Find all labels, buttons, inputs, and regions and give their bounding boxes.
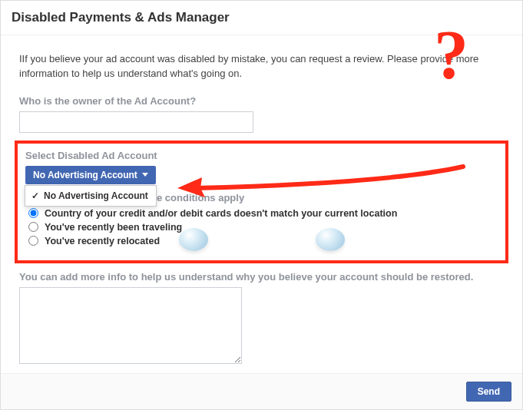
condition-radio-2[interactable] <box>28 236 38 246</box>
form-footer: Send <box>1 373 522 409</box>
annotation-highlight-box: Select Disabled Ad Account No Advertisin… <box>15 141 508 263</box>
owner-input[interactable] <box>19 111 253 133</box>
watermark-orb-icon <box>316 228 345 251</box>
more-info-label: You can add more info to help us underst… <box>19 271 504 283</box>
watermark-orb-icon <box>179 228 208 251</box>
owner-label: Who is the owner of the Ad Account? <box>19 95 504 107</box>
form-header: Disabled Payments & Ads Manager <box>1 1 522 35</box>
intro-text: IIf you believe your ad account was disa… <box>19 52 504 81</box>
select-account-dropdown[interactable]: No Advertising Account <box>25 166 156 184</box>
dropdown-selected-label: No Advertising Account <box>33 170 137 180</box>
dropdown-menu: ✓ No Advertising Account <box>25 185 157 207</box>
condition-label-1: You've recently been traveling <box>45 222 182 233</box>
watermark <box>179 228 345 251</box>
condition-row-0[interactable]: Country of your credit and/or debit card… <box>28 208 498 219</box>
select-account-label: Select Disabled Ad Account <box>25 150 498 161</box>
page-title: Disabled Payments & Ads Manager <box>12 10 511 25</box>
dropdown-option-no-account[interactable]: ✓ No Advertising Account <box>25 186 156 206</box>
annotation-arrow <box>171 167 478 213</box>
check-icon: ✓ <box>31 190 39 201</box>
send-button[interactable]: Send <box>466 382 511 402</box>
condition-radio-1[interactable] <box>28 222 38 232</box>
condition-label-2: You've recently relocated <box>45 236 160 246</box>
condition-radio-0[interactable] <box>28 208 38 218</box>
form-body: ? IIf you believe your ad account was di… <box>1 35 522 373</box>
dropdown-option-label: No Advertising Account <box>44 190 148 201</box>
chevron-down-icon <box>142 173 148 177</box>
form-container: Disabled Payments & Ads Manager ? IIf yo… <box>0 0 523 410</box>
more-info-textarea[interactable] <box>19 287 242 364</box>
condition-label-0: Country of your credit and/or debit card… <box>45 208 397 219</box>
